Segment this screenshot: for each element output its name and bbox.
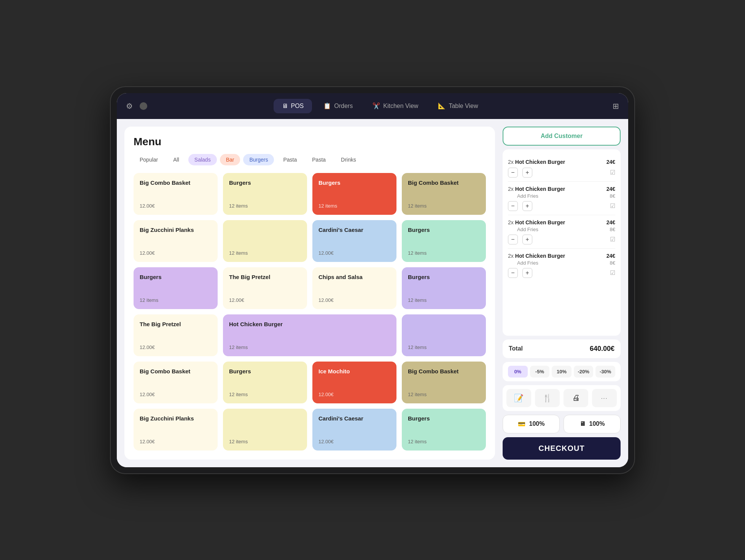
menu-item[interactable]: 12 items: [402, 314, 486, 356]
kitchen-icon: ✂️: [372, 102, 380, 109]
discount-30[interactable]: -30%: [595, 366, 615, 378]
item-controls: − + ☑: [508, 201, 615, 211]
cat-drinks[interactable]: Drinks: [335, 154, 362, 165]
item-controls: − + ☑: [508, 268, 615, 278]
order-item: 2xHot Chicken Burger 24€ Add Fries 8€ − …: [508, 249, 615, 282]
screen: ⚙ 🖥 POS 📋 Orders ✂️ Kitchen View 📐: [117, 93, 628, 467]
menu-item[interactable]: Ice Mochito 12.00€: [312, 362, 396, 403]
edit-icon[interactable]: ☑: [610, 202, 615, 209]
decrement-button[interactable]: −: [508, 268, 518, 278]
order-items: 2xHot Chicken Burger 24€ − + ☑ 2xHot Chi…: [503, 149, 621, 336]
menu-item[interactable]: Big Combo Basket 12.00€: [134, 173, 218, 215]
discount-10[interactable]: 10%: [552, 366, 571, 378]
menu-item[interactable]: Burgers 12 items: [402, 409, 486, 451]
edit-icon[interactable]: ☑: [610, 269, 615, 276]
menu-item[interactable]: 12 items: [223, 409, 307, 451]
menu-item[interactable]: The Big Pretzel 12.00€: [223, 267, 307, 309]
terminal-icon: 🖥: [579, 420, 586, 427]
total-label: Total: [509, 345, 523, 352]
menu-item[interactable]: 12 items: [223, 220, 307, 262]
nav-center: 🖥 POS 📋 Orders ✂️ Kitchen View 📐 Table V…: [150, 98, 610, 113]
card-label: 100%: [529, 420, 545, 427]
tab-kitchen[interactable]: ✂️ Kitchen View: [364, 98, 427, 113]
tab-table[interactable]: 📐 Table View: [430, 98, 486, 113]
device-frame: ⚙ 🖥 POS 📋 Orders ✂️ Kitchen View 📐: [110, 86, 635, 474]
cat-popular[interactable]: Popular: [134, 154, 164, 165]
menu-item[interactable]: Burgers 12 items: [223, 362, 307, 403]
discount-20[interactable]: -20%: [574, 366, 594, 378]
increment-button[interactable]: +: [522, 201, 532, 211]
cat-salads[interactable]: Salads: [188, 154, 217, 165]
decrement-button[interactable]: −: [508, 201, 518, 211]
nav-left: ⚙: [126, 102, 147, 111]
card-payment-button[interactable]: 💳 100%: [503, 415, 560, 433]
increment-button[interactable]: +: [522, 268, 532, 278]
terminal-payment-button[interactable]: 🖥 100%: [564, 415, 621, 433]
edit-order-icon: 📝: [514, 393, 524, 403]
utensils-icon: 🍴: [543, 393, 552, 403]
tab-pos[interactable]: 🖥 POS: [274, 99, 312, 113]
menu-panel: Menu Popular All Salads Bar Burgers Past…: [124, 127, 495, 460]
order-panel: Add Customer 2xHot Chicken Burger 24€ − …: [503, 127, 621, 460]
print-icon: 🖨: [572, 393, 580, 402]
cat-pasta1[interactable]: Pasta: [277, 154, 303, 165]
menu-item[interactable]: Cardini's Caesar 12.00€: [312, 220, 396, 262]
discount-0[interactable]: 0%: [508, 366, 528, 378]
discount-row: 0% -5% 10% -20% -30%: [503, 362, 621, 381]
settings-icon[interactable]: ⚙: [126, 102, 133, 111]
more-icon: ···: [601, 395, 608, 401]
menu-item[interactable]: Big Zucchini Planks 12.00€: [134, 220, 218, 262]
payment-row: 💳 100% 🖥 100%: [503, 415, 621, 433]
edit-icon[interactable]: ☑: [610, 236, 615, 243]
expand-icon[interactable]: ⊞: [613, 102, 619, 111]
category-tabs: Popular All Salads Bar Burgers Pasta Pas…: [134, 154, 486, 165]
menu-item[interactable]: Hot Chicken Burger 12 items: [223, 314, 396, 356]
cat-all[interactable]: All: [167, 154, 185, 165]
order-item: 2xHot Chicken Burger 24€ Add Fries 8€ − …: [508, 215, 615, 249]
user-icon[interactable]: [140, 102, 147, 110]
cat-bar[interactable]: Bar: [220, 154, 240, 165]
menu-item[interactable]: Big Combo Basket 12 items: [402, 362, 486, 403]
increment-button[interactable]: +: [522, 168, 532, 178]
menu-title: Menu: [134, 136, 486, 148]
edit-order-button[interactable]: 📝: [506, 389, 531, 407]
menu-item[interactable]: Burgers 12 items: [402, 220, 486, 262]
table-label: Table View: [449, 103, 478, 109]
menu-item[interactable]: Chips and Salsa 12.00€: [312, 267, 396, 309]
cat-burgers[interactable]: Burgers: [243, 154, 274, 165]
menu-item[interactable]: Burgers 12 items: [402, 267, 486, 309]
total-amount: 640.00€: [590, 345, 614, 353]
terminal-label: 100%: [589, 420, 605, 427]
tab-orders[interactable]: 📋 Orders: [315, 98, 361, 113]
menu-item[interactable]: Big Combo Basket 12.00€: [134, 362, 218, 403]
menu-item[interactable]: Burgers 12 items: [312, 173, 396, 215]
edit-icon[interactable]: ☑: [610, 169, 615, 176]
decrement-button[interactable]: −: [508, 168, 518, 178]
cat-pasta2[interactable]: Pasta: [306, 154, 332, 165]
orders-label: Orders: [334, 103, 353, 109]
menu-item[interactable]: Cardini's Caesar 12.00€: [312, 409, 396, 451]
nav-bar: ⚙ 🖥 POS 📋 Orders ✂️ Kitchen View 📐: [117, 93, 628, 119]
order-item: 2xHot Chicken Burger 24€ − + ☑: [508, 155, 615, 182]
add-customer-button[interactable]: Add Customer: [503, 127, 621, 146]
action-row: 📝 🍴 🖨 ···: [503, 385, 621, 411]
menu-item[interactable]: Big Combo Basket 12 items: [402, 173, 486, 215]
menu-item[interactable]: Burgers 12 items: [223, 173, 307, 215]
decrement-button[interactable]: −: [508, 235, 518, 244]
discount-5[interactable]: -5%: [530, 366, 550, 378]
card-icon: 💳: [518, 420, 525, 428]
total-row: Total 640.00€: [503, 339, 621, 358]
kitchen-label: Kitchen View: [383, 103, 418, 109]
menu-item[interactable]: Burgers 12 items: [134, 267, 218, 309]
print-button[interactable]: 🖨: [564, 389, 588, 407]
utensils-button[interactable]: 🍴: [535, 389, 560, 407]
order-item: 2xHot Chicken Burger 24€ Add Fries 8€ − …: [508, 182, 615, 215]
menu-item[interactable]: The Big Pretzel 12.00€: [134, 314, 218, 356]
pos-label: POS: [291, 103, 304, 109]
checkout-button[interactable]: CHECKOUT: [503, 437, 621, 460]
pos-icon: 🖥: [282, 103, 288, 109]
menu-item[interactable]: Big Zucchini Planks 12.00€: [134, 409, 218, 451]
more-button[interactable]: ···: [592, 389, 617, 407]
menu-grid: Big Combo Basket 12.00€ Burgers 12 items…: [134, 173, 486, 451]
increment-button[interactable]: +: [522, 235, 532, 244]
